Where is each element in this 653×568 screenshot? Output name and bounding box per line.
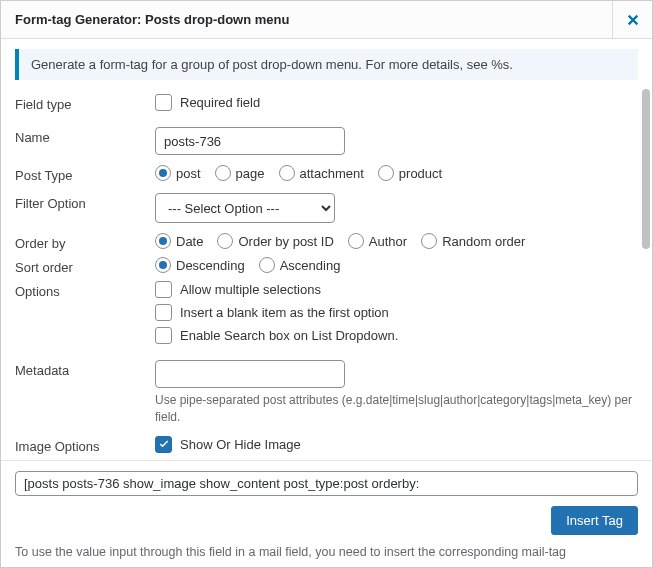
label-options: Options xyxy=(15,281,155,299)
label-order-by: Order by xyxy=(15,233,155,251)
scrollbar-thumb[interactable] xyxy=(642,89,650,249)
label-name: Name xyxy=(15,127,155,145)
row-image-options: Image Options Show Or Hide Image xyxy=(15,436,638,459)
row-name: Name xyxy=(15,127,638,155)
insert-tag-button[interactable]: Insert Tag xyxy=(551,506,638,535)
modal-footer: Insert Tag To use the value input throug… xyxy=(1,460,652,567)
label-metadata: Metadata xyxy=(15,360,155,378)
sort-asc[interactable]: Ascending xyxy=(259,257,341,273)
name-input[interactable] xyxy=(155,127,345,155)
opt-search-checkbox[interactable] xyxy=(155,327,172,344)
required-checkbox[interactable] xyxy=(155,94,172,111)
orderby-author[interactable]: Author xyxy=(348,233,407,249)
label-field-type: Field type xyxy=(15,94,155,112)
post-type-attachment[interactable]: attachment xyxy=(279,165,364,181)
label-sort-order: Sort order xyxy=(15,257,155,275)
generated-tag-input[interactable] xyxy=(15,471,638,496)
label-image-options: Image Options xyxy=(15,436,155,454)
orderby-id[interactable]: Order by post ID xyxy=(217,233,333,249)
label-filter-option: Filter Option xyxy=(15,193,155,211)
close-icon xyxy=(626,13,640,27)
row-order-by: Order by Date Order by post ID Author Ra… xyxy=(15,233,638,251)
row-post-type: Post Type post page attachment product xyxy=(15,165,638,183)
required-label: Required field xyxy=(180,95,260,110)
row-field-type: Field type Required field xyxy=(15,94,638,117)
modal-body: Generate a form-tag for a group of post … xyxy=(1,39,652,460)
metadata-hint: Use pipe-separated post attributes (e.g.… xyxy=(155,392,638,426)
orderby-random[interactable]: Random order xyxy=(421,233,525,249)
form-tag-generator-modal: Form-tag Generator: Posts drop-down menu… xyxy=(0,0,653,568)
label-post-type: Post Type xyxy=(15,165,155,183)
filter-option-select[interactable]: --- Select Option --- xyxy=(155,193,335,223)
post-type-page[interactable]: page xyxy=(215,165,265,181)
modal-title: Form-tag Generator: Posts drop-down menu xyxy=(15,12,289,27)
opt-multiple-checkbox[interactable] xyxy=(155,281,172,298)
metadata-input[interactable] xyxy=(155,360,345,388)
scrollbar[interactable] xyxy=(642,89,650,460)
info-notice: Generate a form-tag for a group of post … xyxy=(15,49,638,80)
orderby-date[interactable]: Date xyxy=(155,233,203,249)
post-type-product[interactable]: product xyxy=(378,165,442,181)
close-button[interactable] xyxy=(612,1,652,39)
row-options: Options Allow multiple selections Insert… xyxy=(15,281,638,350)
opt-blank-checkbox[interactable] xyxy=(155,304,172,321)
post-type-post[interactable]: post xyxy=(155,165,201,181)
footnote: To use the value input through this fiel… xyxy=(15,545,638,559)
row-metadata: Metadata Use pipe-separated post attribu… xyxy=(15,360,638,426)
modal-header: Form-tag Generator: Posts drop-down menu xyxy=(1,1,652,39)
row-filter-option: Filter Option --- Select Option --- xyxy=(15,193,638,223)
row-sort-order: Sort order Descending Ascending xyxy=(15,257,638,275)
sort-desc[interactable]: Descending xyxy=(155,257,245,273)
show-image-checkbox[interactable] xyxy=(155,436,172,453)
